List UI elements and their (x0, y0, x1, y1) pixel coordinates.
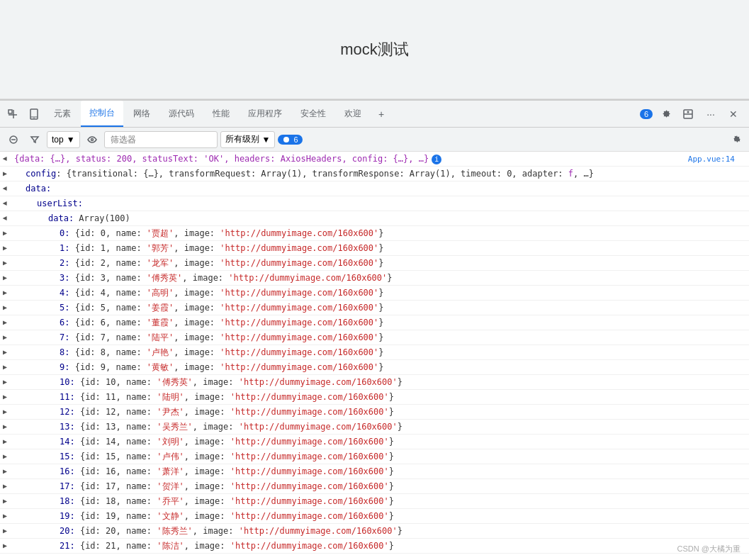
devtools-tab-bar: 元素 控制台 网络 源代码 性能 应用程序 安全性 欢迎 + 6 (0, 101, 749, 128)
close-devtools-icon[interactable]: ✕ (723, 104, 743, 124)
more-options-icon[interactable]: ··· (701, 104, 721, 124)
eye-icon[interactable] (83, 130, 101, 149)
browser-top: mock测试 (0, 0, 749, 99)
filter-icon[interactable] (26, 130, 44, 149)
expand-arrow-row0[interactable]: ▶ (3, 227, 7, 240)
expand-arrow-4[interactable]: ▼ (0, 216, 11, 220)
console-message-count: 6 (278, 135, 302, 145)
console-line[interactable]: ▶ 4: {id: 4, name: '高明', image: 'http://… (0, 286, 749, 301)
tab-welcome[interactable]: 欢迎 (336, 101, 370, 127)
info-icon-0: i (432, 155, 441, 164)
console-line[interactable]: ▶ 3: {id: 3, name: '傅秀英', image: 'http:/… (0, 271, 749, 286)
settings-icon[interactable] (655, 104, 675, 124)
console-line[interactable]: ▶ 2: {id: 2, name: '龙军', image: 'http://… (0, 256, 749, 271)
expand-arrow-1[interactable]: ▶ (3, 167, 7, 180)
console-line[interactable]: ▶ 16: {id: 16, name: '萧洋', image: 'http:… (0, 464, 749, 479)
console-toolbar: top ▼ 所有级别 ▼ 6 (0, 128, 749, 152)
devtools-panel: 元素 控制台 网络 源代码 性能 应用程序 安全性 欢迎 + 6 (0, 99, 749, 560)
message-badge: 6 (640, 109, 653, 119)
context-selector[interactable]: top ▼ (47, 131, 80, 148)
context-dropdown-arrow: ▼ (67, 135, 75, 145)
console-line[interactable]: ▶ 15: {id: 15, name: '卢伟', image: 'http:… (0, 449, 749, 464)
dock-icon[interactable] (678, 104, 698, 124)
device-mode-icon[interactable] (24, 104, 44, 124)
svg-point-8 (687, 111, 689, 113)
svg-point-11 (91, 138, 93, 140)
console-line[interactable]: ▶ 8: {id: 8, name: '卢艳', image: 'http://… (0, 345, 749, 360)
console-line[interactable]: ▶ 10: {id: 10, name: '傅秀英', image: 'http… (0, 375, 749, 390)
log-level-selector[interactable]: 所有级别 ▼ (220, 131, 276, 148)
tab-elements[interactable]: 元素 (45, 101, 79, 127)
tab-console[interactable]: 控制台 (81, 101, 123, 127)
console-output[interactable]: App.vue:14 ▼ {data: {…}, status: 200, st… (0, 152, 749, 560)
add-tab-icon[interactable]: + (371, 104, 391, 124)
console-line[interactable]: ▶ 1: {id: 1, name: '郭芳', image: 'http://… (0, 241, 749, 256)
console-line[interactable]: ▶ 20: {id: 20, name: '陈秀兰', image: 'http… (0, 524, 749, 539)
console-line[interactable]: ▶ 13: {id: 13, name: '吴秀兰', image: 'http… (0, 420, 749, 435)
svg-point-5 (33, 117, 34, 118)
clear-console-icon[interactable] (4, 130, 23, 149)
console-line[interactable]: ▶ 19: {id: 19, name: '文静', image: 'http:… (0, 509, 749, 524)
context-value: top (52, 135, 64, 145)
console-line[interactable]: ▶ 11: {id: 11, name: '陆明', image: 'http:… (0, 390, 749, 405)
console-line[interactable]: ▶ 12: {id: 12, name: '尹杰', image: 'http:… (0, 405, 749, 420)
console-line[interactable]: ▶ 17: {id: 17, name: '贺洋', image: 'http:… (0, 479, 749, 494)
watermark: CSDN @大橘为重 (677, 544, 740, 554)
console-line[interactable]: ▶ 9: {id: 9, name: '黄敏', image: 'http://… (0, 360, 749, 375)
tab-security[interactable]: 安全性 (292, 101, 334, 127)
console-line[interactable]: ▼ data: (0, 181, 749, 196)
console-line[interactable]: ▶ 21: {id: 21, name: '陈洁', image: 'http:… (0, 539, 749, 554)
devtools-right-icons: 6 ··· ✕ (640, 104, 746, 124)
svg-rect-0 (9, 110, 12, 113)
console-line[interactable]: ▶ 5: {id: 5, name: '姜霞', image: 'http://… (0, 301, 749, 315)
level-value: 所有级别 (225, 133, 259, 145)
tab-network[interactable]: 网络 (125, 101, 159, 127)
expand-arrow-3[interactable]: ▼ (0, 201, 11, 206)
tab-performance[interactable]: 性能 (204, 101, 238, 127)
page-title: mock测试 (340, 25, 409, 74)
console-line[interactable]: ▶ 0: {id: 0, name: '贾超', image: 'http://… (0, 226, 749, 241)
svg-point-12 (283, 137, 289, 142)
level-dropdown-arrow: ▼ (262, 135, 271, 145)
console-line[interactable]: ▶ 18: {id: 18, name: '乔平', image: 'http:… (0, 494, 749, 509)
inspect-element-icon[interactable] (3, 104, 23, 124)
console-line[interactable]: ▶ 7: {id: 7, name: '陆平', image: 'http://… (0, 330, 749, 345)
filter-input[interactable] (104, 131, 218, 148)
expand-arrow-2[interactable]: ▼ (0, 186, 11, 191)
expand-arrow-0[interactable]: ▼ (0, 157, 11, 161)
console-line[interactable]: ▼ {data: {…}, status: 200, statusText: '… (0, 152, 749, 167)
tab-sources[interactable]: 源代码 (160, 101, 203, 127)
console-line[interactable]: ▼ data: Array(100) (0, 211, 749, 226)
console-line[interactable]: ▶ 6: {id: 6, name: '董霞', image: 'http://… (0, 315, 749, 330)
console-line[interactable]: ▶ config: {transitional: {…}, transformR… (0, 167, 749, 181)
console-line[interactable]: ▼ userList: (0, 196, 749, 211)
console-line[interactable]: ▶ 14: {id: 14, name: '刘明', image: 'http:… (0, 435, 749, 449)
console-settings-icon[interactable] (726, 130, 745, 149)
tab-application[interactable]: 应用程序 (240, 101, 291, 127)
